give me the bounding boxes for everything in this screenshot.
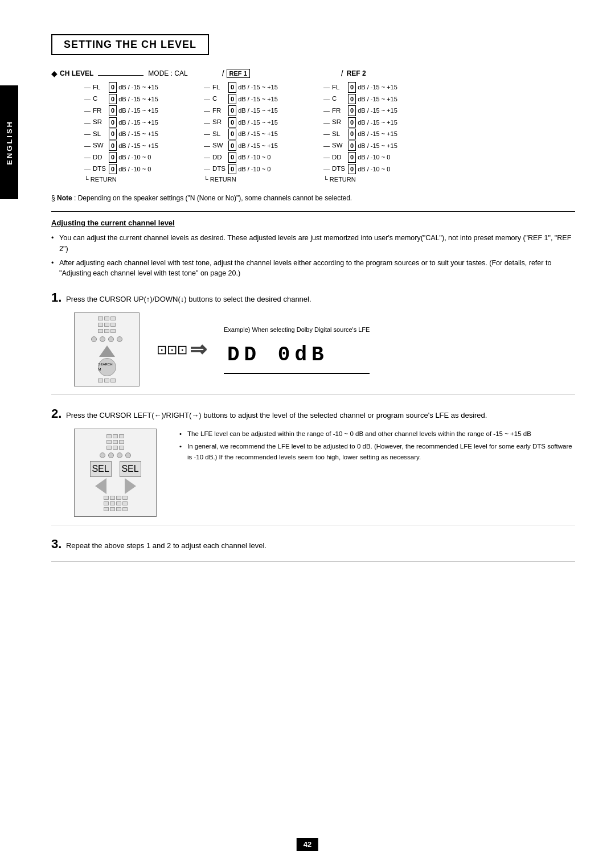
right-arrow-icon: [125, 478, 136, 494]
ref2-column: FL0dB / -15 ~ +15 C0dB / -15 ~ +15 FR0dB…: [319, 81, 438, 183]
return-ref1: └ RETURN: [199, 176, 319, 183]
return-cal: └ RETURN: [80, 176, 199, 183]
note-symbol: §: [51, 194, 57, 202]
slash-2: /: [341, 69, 343, 78]
step-1-number: 1.: [51, 290, 62, 305]
sidebar-label: ENGLISH: [5, 120, 14, 165]
table-row: C0dB / -15 ~ +15: [199, 93, 319, 105]
slash-1: /: [222, 69, 224, 78]
table-row: FL0dB / -15 ~ +15: [80, 81, 199, 93]
columns-container: FL0dB / -15 ~ +15 C0dB / -15 ~ +15 FR0dB…: [80, 81, 575, 183]
table-row: DD0dB / -10 ~ 0: [319, 151, 438, 163]
adjusting-heading: Adjusting the current channel level: [51, 219, 575, 227]
step-2-note-2: In general, we recommend the LFE level t…: [179, 441, 575, 462]
bullet-item: You can adjust the current channel level…: [51, 233, 575, 254]
nav-circle: SEARCH M: [98, 358, 116, 376]
page-title: SETTING THE CH LEVEL: [51, 34, 209, 55]
arrow-box-icon: ⊡⊡⊡: [157, 340, 187, 359]
table-row: FR0dB / -15 ~ +15: [80, 105, 199, 117]
note-colon: :: [74, 194, 78, 202]
step-2-illustration: SEL SEL: [74, 429, 575, 517]
display-screen: DD 0dB: [224, 338, 370, 374]
table-row: SW0dB / -15 ~ +15: [80, 140, 199, 152]
table-row: DD0dB / -10 ~ 0: [199, 151, 319, 163]
cal-column: FL0dB / -15 ~ +15 C0dB / -15 ~ +15 FR0dB…: [80, 81, 199, 183]
step-2-note-1: The LFE level can be adjusted within the…: [179, 429, 575, 439]
table-row: SR0dB / -15 ~ +15: [319, 117, 438, 129]
table-row: DTS0dB / -10 ~ 0: [199, 163, 319, 175]
step-2: 2. Press the CURSOR LEFT(←)/RIGHT(→) but…: [51, 404, 575, 525]
table-row: SW0dB / -15 ~ +15: [199, 140, 319, 152]
table-row: C0dB / -15 ~ +15: [80, 93, 199, 105]
step-1-arrow-area: ⊡⊡⊡ ⇒: [157, 334, 207, 365]
ch-level-label: CH LEVEL: [60, 69, 93, 77]
sel-left-label: SEL: [90, 461, 112, 477]
ref1-header: REF 1: [227, 69, 250, 78]
note-label: Note: [57, 194, 72, 202]
ref1-column: FL0dB / -15 ~ +15 C0dB / -15 ~ +15 FR0dB…: [199, 81, 319, 183]
table-row: FL0dB / -15 ~ +15: [199, 81, 319, 93]
table-row: FR0dB / -15 ~ +15: [319, 105, 438, 117]
device-illustration-2: SEL SEL: [74, 429, 157, 517]
step-3-number: 3.: [51, 537, 62, 551]
up-arrow-icon: [99, 345, 115, 357]
left-right-buttons: SEL SEL: [90, 461, 141, 494]
table-row: DTS0dB / -10 ~ 0: [80, 163, 199, 175]
display-example-label: Example) When selecting Dolby Digital so…: [224, 325, 370, 335]
step-2-number: 2.: [51, 406, 62, 421]
device-illustration-1: SEARCH M: [74, 312, 140, 386]
table-row: C0dB / -15 ~ +15: [319, 93, 438, 105]
return-ref2: └ RETURN: [319, 176, 438, 183]
step-1-illustration: SEARCH M ⊡⊡⊡ ⇒ Example) When selecting D…: [74, 312, 575, 386]
page: ENGLISH SETTING THE CH LEVEL ◆ CH LEVEL …: [0, 0, 615, 868]
device-grid-top: [98, 316, 116, 320]
divider-1: [51, 211, 575, 212]
step-1-description: Press the CURSOR UP(↑)/DOWN(↓) buttons t…: [66, 295, 311, 303]
ref2-header: REF 2: [347, 69, 366, 77]
step-2-description: Press the CURSOR LEFT(←)/RIGHT(→) button…: [66, 411, 487, 419]
sel-right-label: SEL: [120, 461, 141, 477]
step-1: 1. Press the CURSOR UP(↑)/DOWN(↓) button…: [51, 288, 575, 395]
step-2-notes: The LFE level can be adjusted within the…: [179, 429, 575, 464]
right-arrow-icon: ⇒: [190, 334, 207, 365]
table-row: SW0dB / -15 ~ +15: [319, 140, 438, 152]
step-2-text: 2. Press the CURSOR LEFT(←)/RIGHT(→) but…: [51, 404, 575, 423]
table-row: SR0dB / -15 ~ +15: [199, 117, 319, 129]
step-3: 3. Repeat the above steps 1 and 2 to adj…: [51, 534, 575, 562]
note-section: § Note : Depending on the speaker settin…: [51, 194, 575, 202]
display-area: Example) When selecting Dolby Digital so…: [224, 325, 370, 375]
note-text: Depending on the speaker settings ("N (N…: [78, 194, 352, 202]
table-row: DTS0dB / -10 ~ 0: [319, 163, 438, 175]
step-3-description: Repeat the above steps 1 and 2 to adjust…: [66, 541, 266, 550]
bullet-item: After adjusting each channel level with …: [51, 258, 575, 279]
search-m-label: SEARCH M: [99, 362, 116, 372]
mode-label: MODE : CAL: [148, 69, 187, 77]
table-row: SL0dB / -15 ~ +15: [319, 128, 438, 140]
ch-level-section: ◆ CH LEVEL MODE : CAL / REF 1 / REF 2 FL…: [51, 69, 575, 183]
table-row: SL0dB / -15 ~ +15: [199, 128, 319, 140]
right-button-area: SEL: [120, 461, 141, 494]
english-sidebar: ENGLISH: [0, 85, 18, 199]
table-row: FR0dB / -15 ~ +15: [199, 105, 319, 117]
left-button-area: SEL: [90, 461, 112, 494]
left-arrow-icon: [95, 478, 106, 494]
table-row: SL0dB / -15 ~ +15: [80, 128, 199, 140]
table-row: FL0dB / -15 ~ +15: [319, 81, 438, 93]
step-1-text: 1. Press the CURSOR UP(↑)/DOWN(↓) button…: [51, 288, 575, 307]
adjusting-bullets: You can adjust the current channel level…: [51, 233, 575, 279]
diamond-icon: ◆: [51, 69, 58, 78]
table-row: DD0dB / -10 ~ 0: [80, 151, 199, 163]
table-row: SR0dB / -15 ~ +15: [80, 117, 199, 129]
page-number: 42: [297, 838, 318, 851]
